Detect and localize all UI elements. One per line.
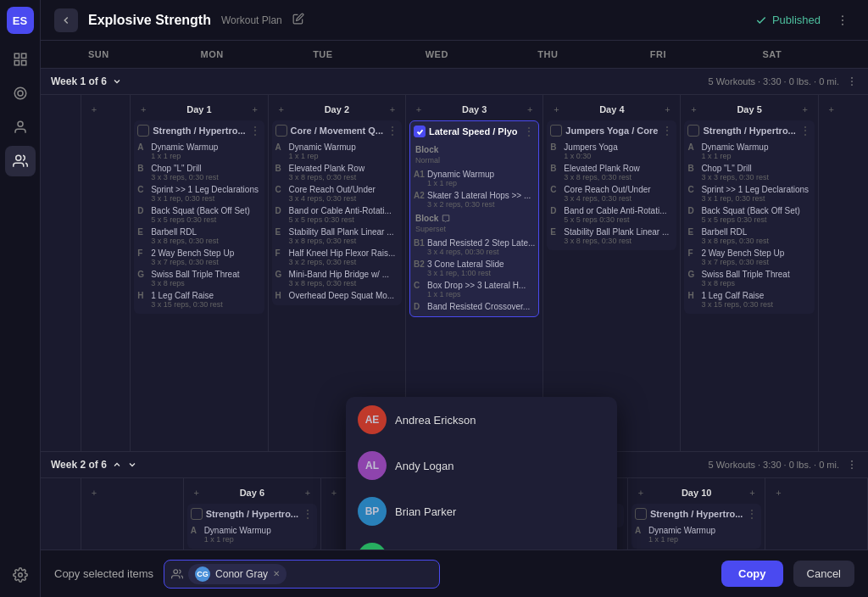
day2-checkbox[interactable] bbox=[275, 125, 287, 137]
day1-checkbox[interactable] bbox=[137, 125, 149, 137]
day3-checkbox[interactable] bbox=[414, 126, 426, 137]
list-item: A Dynamic Warmup 1 x 1 rep bbox=[687, 141, 810, 162]
copy-input-area[interactable]: CG Conor Gray ✕ bbox=[164, 560, 440, 589]
avatar-bryan: BB bbox=[358, 543, 387, 550]
list-item: A Dynamic Warmup 1 x 1 rep bbox=[191, 524, 314, 545]
athlete-brian[interactable]: BP Brian Parker bbox=[346, 488, 617, 534]
day1-title: Strength / Hypertro... bbox=[153, 126, 245, 136]
day2-menu[interactable]: ⋮ bbox=[387, 124, 398, 137]
list-item: D Band or Cable Anti-Rotati... 5 x 5 rep… bbox=[275, 204, 398, 226]
tue-add-button[interactable]: + bbox=[274, 102, 289, 117]
bottom-bar: Copy selected items CG Conor Gray ✕ Copy… bbox=[41, 550, 868, 597]
week1-header: Week 1 of 6 5 Workouts · 3:30 · 0 lbs. ·… bbox=[41, 69, 868, 95]
copy-button[interactable]: Copy bbox=[721, 561, 783, 587]
block1-header: Block bbox=[414, 142, 535, 156]
day6-checkbox[interactable] bbox=[191, 508, 203, 520]
day6-add-button[interactable]: + bbox=[300, 485, 315, 500]
day10-menu[interactable]: ⋮ bbox=[746, 507, 758, 521]
week2-sun-add[interactable]: + bbox=[86, 485, 102, 500]
day10-workout-card[interactable]: Strength / Hypertro... ⋮ A Dynamic Warmu… bbox=[632, 504, 761, 549]
list-item: H Overhead Deep Squat Mo... bbox=[275, 289, 398, 302]
sidebar-item-grid[interactable] bbox=[5, 44, 36, 75]
week2-mon-add[interactable]: + bbox=[189, 485, 204, 500]
list-item: C Core Reach Out/Under 3 x 4 reps, 0:30 … bbox=[550, 183, 673, 204]
day5-menu[interactable]: ⋮ bbox=[799, 124, 811, 137]
header-mon: MON bbox=[194, 41, 307, 68]
wed-add-button[interactable]: + bbox=[411, 102, 426, 117]
list-item: E Stability Ball Plank Linear ... 3 x 8 … bbox=[275, 226, 398, 247]
day5-checkbox[interactable] bbox=[687, 125, 699, 137]
mon-add-button[interactable]: + bbox=[136, 102, 151, 117]
list-item: C Sprint >> 1 Leg Declarations 3 x 1 rep… bbox=[137, 183, 260, 204]
list-item: H 1 Leg Calf Raise 3 x 15 reps, 0:30 res… bbox=[137, 289, 260, 310]
week1-fri-cell: + Day 5 + Strength / Hypertro... ⋮ A Dyn… bbox=[681, 95, 818, 451]
list-item: G Mini-Band Hip Bridge w/ ... 3 x 8 reps… bbox=[275, 268, 398, 289]
day1-add-button[interactable]: + bbox=[248, 102, 263, 117]
day1-menu[interactable]: ⋮ bbox=[249, 124, 261, 137]
athlete-andy[interactable]: AL Andy Logan bbox=[346, 443, 617, 488]
app-avatar[interactable]: ES bbox=[7, 7, 34, 34]
list-item: F 2 Way Bench Step Up 3 x 7 reps, 0:30 r… bbox=[687, 247, 810, 268]
day3-add-button[interactable]: + bbox=[522, 102, 537, 117]
day10-add-button[interactable]: + bbox=[744, 485, 760, 500]
week2-tue-add[interactable]: + bbox=[326, 485, 342, 500]
list-item: A Dynamic Warmup 1 x 1 rep bbox=[137, 141, 260, 162]
day2-add-button[interactable]: + bbox=[385, 102, 400, 117]
svg-rect-1 bbox=[21, 53, 25, 58]
copy-search-input[interactable] bbox=[292, 568, 432, 580]
cancel-button[interactable]: Cancel bbox=[793, 561, 854, 587]
header-wed: WED bbox=[419, 41, 531, 68]
svg-point-9 bbox=[842, 15, 843, 17]
list-item: F 2 Way Bench Step Up 3 x 7 reps, 0:30 r… bbox=[137, 247, 260, 268]
svg-point-17 bbox=[851, 467, 853, 469]
athlete-bryan[interactable]: BB Bryan Bell bbox=[346, 534, 617, 550]
list-item: A Dynamic Warmup 1 x 1 rep bbox=[275, 141, 398, 162]
day4-add-button[interactable]: + bbox=[659, 102, 675, 117]
day4-workout-card[interactable]: Jumpers Yoga / Core ⋮ B Jumpers Yoga 1 x… bbox=[547, 120, 676, 250]
day6-label: Day 6 bbox=[240, 488, 264, 498]
day3-workout-card[interactable]: Lateral Speed / Plyo ⋮ Block Normal A1 D… bbox=[409, 120, 539, 317]
back-button[interactable] bbox=[54, 8, 78, 32]
week2-stats: 5 Workouts · 3:30 · 0 lbs. · 0 mi. bbox=[709, 459, 858, 471]
week1-stats: 5 Workouts · 3:30 · 0 lbs. · 0 mi. bbox=[709, 75, 858, 87]
list-item: H 1 Leg Calf Raise 3 x 15 reps, 0:30 res… bbox=[687, 289, 810, 310]
sidebar-item-circle[interactable] bbox=[5, 78, 36, 109]
day4-checkbox[interactable] bbox=[550, 125, 562, 137]
fri-add-button[interactable]: + bbox=[686, 102, 701, 117]
more-options-button[interactable] bbox=[831, 8, 854, 32]
day1-workout-card[interactable]: Strength / Hypertro... ⋮ A Dynamic Warmu… bbox=[134, 120, 264, 314]
day10-checkbox[interactable] bbox=[635, 508, 647, 520]
list-item: G Swiss Ball Triple Threat 3 x 8 reps bbox=[137, 268, 260, 289]
day6-menu[interactable]: ⋮ bbox=[302, 507, 314, 521]
block1-sub: Normal bbox=[414, 156, 535, 168]
week2-label[interactable]: Week 2 of 6 bbox=[51, 459, 137, 471]
copy-label: Copy selected items bbox=[54, 567, 153, 580]
day4-menu[interactable]: ⋮ bbox=[661, 124, 673, 137]
thu-add-button[interactable]: + bbox=[548, 102, 564, 117]
edit-icon[interactable] bbox=[292, 13, 304, 27]
sidebar-item-people[interactable] bbox=[5, 146, 36, 176]
sidebar-item-settings[interactable] bbox=[5, 560, 36, 590]
list-item: D Back Squat (Back Off Set) 5 x 5 reps 0… bbox=[137, 204, 260, 226]
week1-label[interactable]: Week 1 of 6 bbox=[51, 75, 122, 87]
day5-workout-card[interactable]: Strength / Hypertro... ⋮ A Dynamic Warmu… bbox=[684, 120, 814, 314]
day6-workout-card[interactable]: Strength / Hypertro... ⋮ A Dynamic Warmu… bbox=[187, 504, 317, 549]
athlete-tag[interactable]: CG Conor Gray ✕ bbox=[188, 564, 287, 584]
week2-sat-add[interactable]: + bbox=[771, 485, 786, 500]
svg-point-16 bbox=[851, 464, 853, 466]
week1-row-label bbox=[41, 95, 81, 451]
athlete-andrea[interactable]: AE Andrea Erickson bbox=[346, 397, 617, 443]
sidebar-item-person[interactable] bbox=[5, 112, 36, 142]
tag-close-button[interactable]: ✕ bbox=[273, 569, 280, 578]
sun-add-button[interactable]: + bbox=[86, 102, 102, 117]
list-item: C Core Reach Out/Under 3 x 4 reps, 0:30 … bbox=[275, 183, 398, 204]
day5-title: Strength / Hypertro... bbox=[703, 126, 795, 136]
day5-add-button[interactable]: + bbox=[798, 102, 813, 117]
day2-workout-card[interactable]: Core / Movement Q... ⋮ A Dynamic Warmup … bbox=[272, 120, 402, 305]
list-item: A2 Skater 3 Lateral Hops >> ... 3 x 2 re… bbox=[414, 189, 535, 210]
main-content: Explosive Strength Workout Plan Publishe… bbox=[41, 0, 868, 597]
list-item: A Dynamic Warmup 1 x 1 rep bbox=[635, 524, 758, 545]
day3-menu[interactable]: ⋮ bbox=[523, 125, 535, 138]
sat-add-button[interactable]: + bbox=[824, 102, 839, 117]
week2-fri-add[interactable]: + bbox=[633, 485, 648, 500]
